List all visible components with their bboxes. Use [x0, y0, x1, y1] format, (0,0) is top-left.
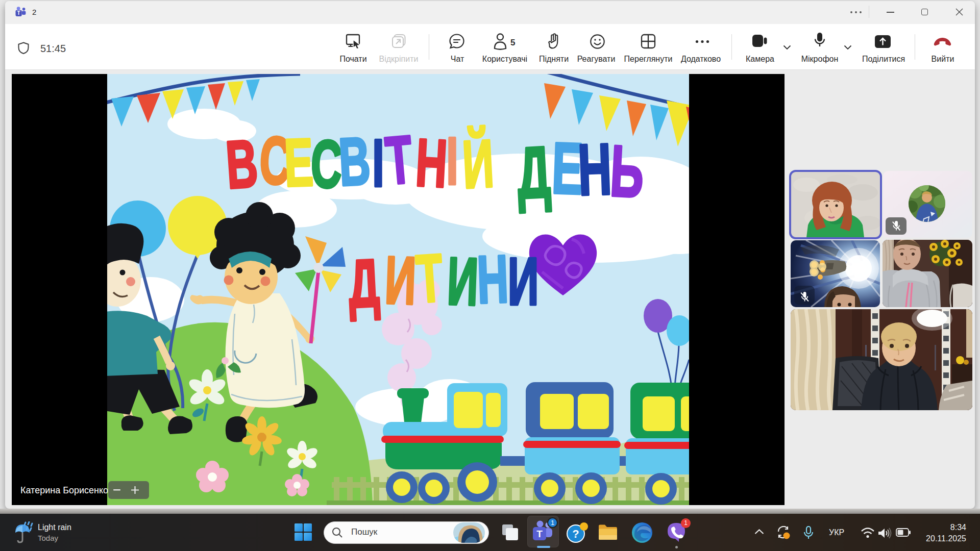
svg-text:Н: Н	[414, 124, 449, 201]
svg-text:И: И	[508, 244, 539, 319]
svg-text:И: И	[446, 243, 480, 319]
svg-text:І: І	[372, 126, 384, 201]
svg-text:И: И	[384, 242, 418, 318]
svg-text:Н: Н	[476, 241, 509, 317]
svg-text:В: В	[337, 123, 372, 199]
svg-text:Н: Н	[577, 128, 613, 210]
svg-text:T: T	[17, 10, 20, 16]
svg-text:В: В	[224, 126, 260, 202]
svg-text:Ь: Ь	[608, 130, 646, 213]
svg-text:5: 5	[510, 38, 515, 47]
svg-text:?: ?	[572, 528, 579, 540]
svg-text:Д: Д	[515, 131, 552, 214]
svg-text:Д: Д	[347, 245, 381, 321]
svg-text:T: T	[536, 529, 543, 539]
svg-text:І: І	[446, 123, 458, 198]
svg-text:Т: Т	[414, 240, 446, 316]
svg-text:Й: Й	[460, 125, 495, 202]
